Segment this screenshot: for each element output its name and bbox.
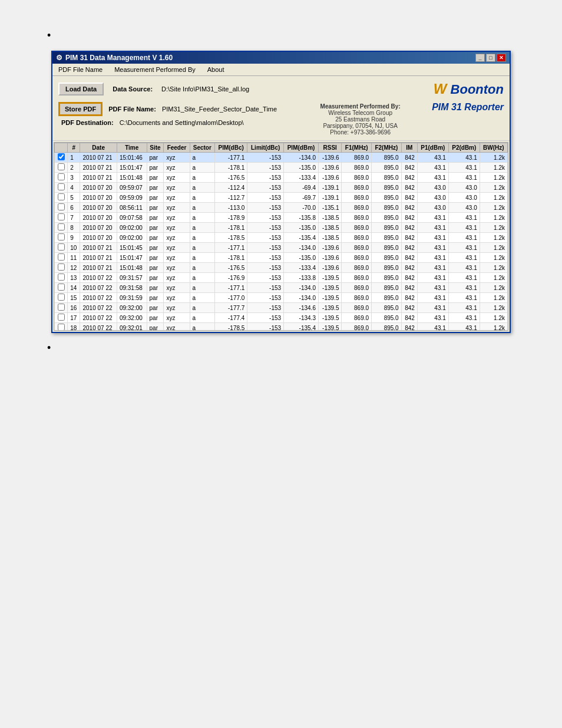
table-cell: 1.2k	[480, 243, 507, 253]
data-table-area[interactable]: # Date Time Site Feeder Sector PIM(dBc) …	[54, 142, 508, 331]
table-cell: 43.1	[417, 263, 448, 273]
row-checkbox[interactable]	[58, 324, 65, 331]
row-checkbox[interactable]	[58, 213, 65, 220]
table-row[interactable]: 132010 07 2209:31:57parxyza-176.9-153-13…	[55, 273, 508, 283]
table-row[interactable]: 72010 07 2009:07:58parxyza-178.9-153-135…	[55, 213, 508, 223]
table-cell: 1.2k	[480, 183, 507, 193]
row-checkbox[interactable]	[58, 163, 65, 170]
table-cell: 43.1	[417, 253, 448, 263]
table-row[interactable]: 122010 07 2115:01:48parxyza-176.5-153-13…	[55, 263, 508, 273]
load-data-button[interactable]: Load Data	[58, 83, 104, 95]
row-checkbox[interactable]	[58, 203, 65, 210]
table-cell: par	[147, 243, 164, 253]
table-row[interactable]: 142010 07 2209:31:58parxyza-177.1-153-13…	[55, 283, 508, 293]
row-checkbox[interactable]	[58, 274, 65, 281]
table-cell: xyz	[164, 173, 190, 183]
table-row[interactable]: 162010 07 2209:32:00parxyza-177.7-153-13…	[55, 303, 508, 313]
table-cell: -69.4	[284, 183, 319, 193]
row-checkbox[interactable]	[58, 193, 65, 200]
table-cell: -153	[247, 253, 284, 263]
table-cell: -113.0	[215, 203, 247, 213]
table-cell: 1.2k	[480, 223, 507, 233]
table-cell: xyz	[164, 263, 190, 273]
row-checkbox[interactable]	[58, 183, 65, 190]
table-cell: xyz	[164, 303, 190, 313]
table-row[interactable]: 172010 07 2209:32:00parxyza-177.4-153-13…	[55, 313, 508, 323]
row-checkbox[interactable]	[58, 153, 65, 160]
table-row[interactable]: 92010 07 2009:02:00parxyza-178.5-153-135…	[55, 233, 508, 243]
table-cell: 1.2k	[480, 293, 507, 303]
table-row[interactable]: 102010 07 2115:01:45parxyza-177.1-153-13…	[55, 243, 508, 253]
table-cell: 43.1	[448, 243, 480, 253]
col-header-rssi: RSSI	[318, 143, 341, 153]
row-checkbox[interactable]	[58, 173, 65, 180]
row-checkbox[interactable]	[58, 243, 65, 251]
table-cell: -138.5	[318, 223, 341, 233]
table-cell: 2010 07 22	[80, 293, 117, 303]
table-row[interactable]: 82010 07 2009:02:00parxyza-178.1-153-135…	[55, 223, 508, 233]
minimize-button[interactable]: _	[475, 54, 485, 62]
row-checkbox[interactable]	[58, 284, 65, 291]
table-cell: 16	[68, 303, 80, 313]
table-cell: -178.1	[215, 253, 247, 263]
main-window: ⚙ PIM 31 Data Management V 1.60 _ □ ✕ PD…	[51, 51, 511, 333]
table-cell: 18	[68, 323, 80, 331]
table-row[interactable]: 32010 07 2115:01:48parxyza-176.5-153-133…	[55, 173, 508, 183]
menu-measurement-performed-by[interactable]: Measurement Performed By	[111, 65, 199, 74]
table-cell: -153	[247, 273, 284, 283]
table-cell: -135.1	[318, 203, 341, 213]
pdf-file-name-value: PIM31_Site_Feeder_Sector_Date_Time	[162, 106, 277, 113]
table-cell: 2010 07 21	[80, 253, 117, 263]
table-cell: xyz	[164, 153, 190, 163]
table-cell: 43.1	[417, 213, 448, 223]
table-cell: 2010 07 20	[80, 213, 117, 223]
table-cell: -153	[247, 183, 284, 193]
table-cell: par	[147, 323, 164, 331]
table-cell: 09:32:01	[117, 323, 147, 331]
table-cell: 2010 07 22	[80, 313, 117, 323]
col-header-feeder: Feeder	[164, 143, 190, 153]
table-cell: -177.1	[215, 153, 247, 163]
row-checkbox[interactable]	[58, 294, 65, 301]
table-cell: 1.2k	[480, 303, 507, 313]
col-header-im: IM	[401, 143, 417, 153]
table-cell: 43.0	[417, 203, 448, 213]
table-cell: -178.5	[215, 323, 247, 331]
menu-about[interactable]: About	[204, 65, 227, 74]
table-cell: -139.5	[318, 283, 341, 293]
table-cell: -139.6	[318, 243, 341, 253]
row-checkbox[interactable]	[58, 233, 65, 241]
row-checkbox[interactable]	[58, 263, 65, 271]
table-cell: 43.1	[448, 173, 480, 183]
table-row[interactable]: 42010 07 2009:59:07parxyza-112.4-153-69.…	[55, 183, 508, 193]
row-checkbox[interactable]	[58, 223, 65, 230]
table-cell: 895.0	[372, 203, 402, 213]
close-button[interactable]: ✕	[497, 54, 506, 62]
table-row[interactable]: 52010 07 2009:59:09parxyza-112.7-153-69.…	[55, 193, 508, 203]
table-cell: 869.0	[342, 243, 372, 253]
menu-pdf-file-name[interactable]: PDF File Name	[55, 65, 105, 74]
table-row[interactable]: 12010 07 2115:01:46parxyza-177.1-153-134…	[55, 153, 508, 163]
table-cell: 842	[401, 323, 417, 331]
window-icon: ⚙	[56, 54, 62, 62]
store-pdf-button[interactable]: Store PDF	[58, 102, 103, 116]
table-cell: a	[190, 263, 214, 273]
row-checkbox[interactable]	[58, 253, 65, 261]
table-row[interactable]: 152010 07 2209:31:59parxyza-177.0-153-13…	[55, 293, 508, 303]
table-cell: 895.0	[372, 193, 402, 203]
table-row[interactable]: 112010 07 2115:01:47parxyza-178.1-153-13…	[55, 253, 508, 263]
table-row[interactable]: 22010 07 2115:01:47parxyza-178.1-153-135…	[55, 163, 508, 173]
table-cell: 1.2k	[480, 213, 507, 223]
table-cell: -69.7	[284, 193, 319, 203]
row-checkbox[interactable]	[58, 304, 65, 311]
table-cell: 869.0	[342, 213, 372, 223]
row-checkbox[interactable]	[58, 314, 65, 321]
table-cell: 869.0	[342, 233, 372, 243]
table-cell: 43.1	[417, 153, 448, 163]
table-row[interactable]: 182010 07 2209:32:01parxyza-178.5-153-13…	[55, 323, 508, 331]
table-cell: -153	[247, 283, 284, 293]
maximize-button[interactable]: □	[486, 54, 495, 62]
table-cell: 43.0	[448, 203, 480, 213]
table-cell: 1.2k	[480, 153, 507, 163]
table-row[interactable]: 62010 07 2008:56:11parxyza-113.0-153-70.…	[55, 203, 508, 213]
